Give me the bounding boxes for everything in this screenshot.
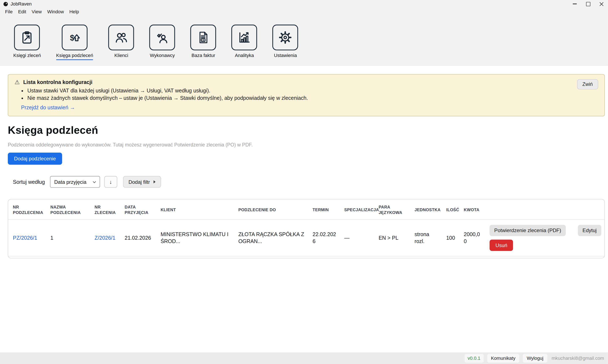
subcontracts-table-panel: NR PODZLECENIA NAZWA PODZLECENIA NR ZLEC… — [8, 199, 605, 259]
orders-books-icon — [14, 25, 40, 51]
page-subtitle: Podzlecenia oddelegowywane do wykonawców… — [8, 142, 608, 147]
analytics-icon — [232, 25, 257, 51]
config-checklist-banner: ⚠ Lista kontrolna konfiguracji Ustaw sta… — [8, 74, 605, 116]
banner-checklist: Ustaw stawki VAT dla każdej usługi (Usta… — [14, 88, 598, 101]
cell-klient: MINISTERSTWO KLIMATU I ŚROD... — [156, 220, 234, 256]
sort-by-select[interactable]: Data przyjęcia — [50, 176, 100, 188]
user-email: mkucharski8@gmail.com — [552, 356, 604, 361]
nav-label: Analityka — [235, 53, 254, 59]
col-nr-podzlecenia: NR PODZLECENIA — [8, 199, 46, 220]
nav-item-analityka[interactable]: Analityka — [232, 25, 257, 60]
order-confirmation-pdf-button[interactable]: Potwierdzenie zlecenia (PDF) — [489, 225, 566, 236]
col-para-jezykowa: PARA JĘZYKOWA — [374, 199, 410, 220]
table-header-row: NR PODZLECENIA NAZWA PODZLECENIA NR ZLEC… — [8, 199, 605, 220]
filter-row: Sortuj według Data przyjęcia ↓ Dodaj fil… — [13, 176, 608, 188]
main-nav-toolbar: Księgi zleceń $ Księga podzleceń Klie — [0, 16, 608, 66]
col-klient: KLIENT — [156, 199, 234, 220]
nav-item-wykonawcy[interactable]: Wykonawcy — [149, 25, 175, 60]
col-actions — [485, 199, 605, 220]
banner-checklist-item: Nie masz żadnych stawek domyślnych – ust… — [27, 95, 598, 101]
banner-title: Lista kontrolna konfiguracji — [23, 79, 92, 85]
col-data-przyjecia: DATA PRZYJĘCIA — [120, 199, 156, 220]
warning-icon: ⚠ — [14, 79, 20, 85]
col-podzlecenie-do: PODZLECENIE DO — [234, 199, 308, 220]
settings-icon — [273, 25, 298, 51]
sort-by-label: Sortuj według — [13, 179, 45, 185]
cell-nr-podzlecenia: PZ/2026/1 — [8, 220, 46, 256]
go-to-settings-link[interactable]: Przejdź do ustawień → — [21, 105, 75, 111]
content-area: ⚠ Lista kontrolna konfiguracji Ustaw sta… — [0, 74, 608, 258]
menu-window[interactable]: Window — [45, 8, 67, 15]
maximize-button[interactable] — [581, 0, 595, 8]
col-termin: TERMIN — [308, 199, 340, 220]
col-jednostka: JEDNOSTKA — [410, 199, 442, 220]
nav-label: Wykonawcy — [150, 53, 175, 59]
cell-data-przyjecia: 21.02.2026 — [120, 220, 156, 256]
menu-edit[interactable]: Edit — [15, 8, 29, 15]
nav-item-ustawienia[interactable]: Ustawienia — [273, 25, 298, 60]
nav-item-ksiega-podzlecen[interactable]: $ Księga podzleceń — [56, 25, 93, 60]
app-logo-icon — [3, 1, 8, 6]
window-controls — [568, 0, 608, 8]
banner-header: ⚠ Lista kontrolna konfiguracji — [14, 79, 598, 85]
add-filter-button[interactable]: Dodaj filtr — [123, 176, 161, 188]
nav-label: Ustawienia — [274, 53, 297, 59]
delete-button[interactable]: Usuń — [489, 240, 513, 251]
nav-item-ksiegi-zlecen[interactable]: Księgi zleceń — [13, 25, 41, 60]
minimize-icon — [573, 4, 577, 4]
app-window: JobRaven File Edit View Window Help — [0, 0, 608, 364]
add-filter-label: Dodaj filtr — [128, 179, 150, 185]
triangle-right-icon — [153, 180, 155, 183]
nav-label: Baza faktur — [191, 53, 215, 59]
status-bar: v0.0.1 Komunikaty Wyloguj mkucharski8@gm… — [0, 352, 608, 364]
sort-by-selected-value: Data przyjęcia — [54, 179, 86, 185]
nav-label: Klienci — [114, 53, 128, 59]
arrow-down-icon: ↓ — [110, 179, 112, 185]
collapse-banner-button[interactable]: Zwiń — [577, 79, 598, 89]
nav-label: Księga podzleceń — [56, 53, 93, 60]
clients-icon — [108, 25, 134, 51]
col-ilosc: ILOŚĆ — [442, 199, 459, 220]
cell-kwota: 2000,00 — [459, 220, 485, 256]
cell-nr-zlecenia: Z/2026/1 — [90, 220, 120, 256]
svg-text:$: $ — [203, 38, 204, 41]
menu-file[interactable]: File — [2, 8, 15, 15]
messages-button[interactable]: Komunikaty — [487, 354, 519, 363]
window-title: JobRaven — [11, 1, 32, 7]
add-subcontract-button[interactable]: Dodaj podzlecenie — [8, 153, 62, 165]
nav-item-baza-faktur[interactable]: $ Baza faktur — [191, 25, 216, 60]
nav-label: Księgi zleceń — [13, 53, 41, 59]
invoices-icon: $ — [191, 25, 216, 51]
cell-ilosc: 100 — [442, 220, 459, 256]
order-number-link[interactable]: Z/2026/1 — [95, 235, 116, 241]
edit-button[interactable]: Edytuj — [578, 225, 601, 236]
subcontracts-book-icon: $ — [62, 25, 87, 51]
version-badge: v0.0.1 — [465, 354, 484, 363]
cell-actions: Potwierdzenie zlecenia (PDF) Edytuj Usuń — [485, 220, 605, 256]
nav-item-klienci[interactable]: Klienci — [108, 25, 134, 60]
cell-para-jezykowa: EN > PL — [374, 220, 410, 256]
cell-podzlecenie-do: ZŁOTA RĄCZKA SPÓŁKA Z OGRAN... — [234, 220, 308, 256]
menu-view[interactable]: View — [29, 8, 45, 15]
col-nr-zlecenia: NR ZLECENIA — [90, 199, 120, 220]
title-bar: JobRaven — [0, 0, 608, 8]
col-kwota: KWOTA — [459, 199, 485, 220]
minimize-button[interactable] — [568, 0, 581, 8]
menu-bar: File Edit View Window Help — [0, 8, 608, 16]
col-specjalizacja: SPECJALIZACJA — [340, 199, 374, 220]
cell-termin: 22.02.2026 — [308, 220, 340, 256]
sort-direction-button[interactable]: ↓ — [104, 176, 117, 188]
row-actions: Potwierdzenie zlecenia (PDF) Edytuj Usuń — [489, 225, 601, 251]
close-button[interactable] — [595, 0, 608, 8]
logout-button[interactable]: Wyloguj — [523, 354, 547, 363]
chevron-down-icon — [92, 180, 96, 184]
subcontract-number-link[interactable]: PZ/2026/1 — [13, 235, 37, 241]
close-icon — [599, 2, 603, 6]
col-nazwa-podzlecenia: NAZWA PODZLECENIA — [46, 199, 90, 220]
cell-nazwa-podzlecenia: 1 — [46, 220, 90, 256]
menu-help[interactable]: Help — [67, 8, 82, 15]
cell-specjalizacja: — — [340, 220, 374, 256]
cell-jednostka: strona rozl. — [410, 220, 442, 256]
subcontracts-table: NR PODZLECENIA NAZWA PODZLECENIA NR ZLEC… — [8, 199, 605, 257]
table-row: PZ/2026/1 1 Z/2026/1 21.02.2026 MINISTER… — [8, 220, 605, 256]
